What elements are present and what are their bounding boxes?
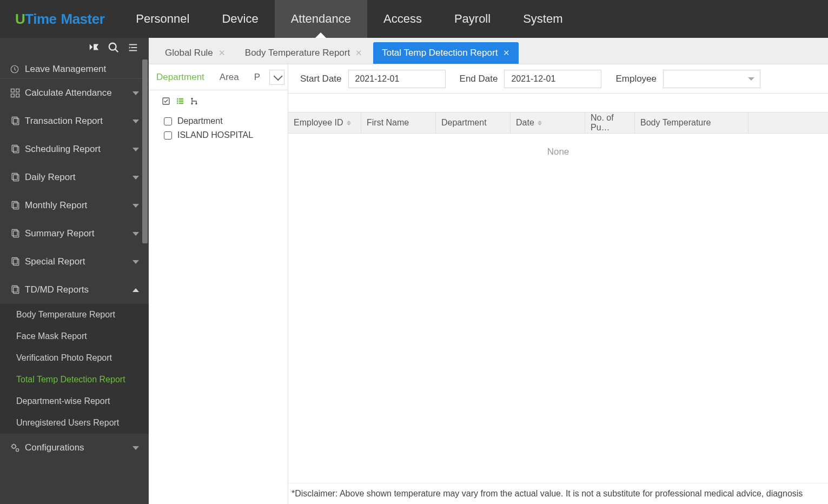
sidebar-item-summary-report[interactable]: Summary Report <box>0 220 149 248</box>
chevron-down-icon <box>133 120 139 123</box>
sidebar: Leave ManagementCalculate AttendanceTran… <box>0 38 149 504</box>
tabs-row: Global Rule✕Body Temperature Report✕Tota… <box>149 38 828 64</box>
sidebar-item-label: Monthly Report <box>25 200 87 211</box>
close-icon[interactable]: ✕ <box>218 48 226 58</box>
start-date-input[interactable] <box>348 70 446 88</box>
svg-line-1 <box>115 49 118 52</box>
svg-rect-31 <box>179 101 183 102</box>
sidebar-item-transaction-report[interactable]: Transaction Report <box>0 107 149 135</box>
sidebar-item-scheduling-report[interactable]: Scheduling Report <box>0 135 149 163</box>
sidebar-item-label: Summary Report <box>25 228 94 239</box>
end-date-label: End Date <box>460 74 498 84</box>
svg-rect-11 <box>14 118 19 125</box>
check-all-icon[interactable] <box>162 97 170 105</box>
column-label: No. of Pu… <box>591 113 634 132</box>
chevron-down-icon <box>133 176 139 180</box>
bookmark-icon[interactable] <box>88 42 100 56</box>
column-label: First Name <box>367 118 409 128</box>
tree-label: ISLAND HOSPITAL <box>177 130 253 140</box>
svg-rect-8 <box>11 94 15 97</box>
sort-icon[interactable] <box>347 121 351 125</box>
svg-rect-18 <box>12 230 17 236</box>
column-date[interactable]: Date <box>511 112 585 133</box>
column-body-temperature[interactable]: Body Temperature <box>635 112 748 133</box>
end-date-input[interactable] <box>504 70 601 88</box>
sidebar-item-monthly-report[interactable]: Monthly Report <box>0 191 149 220</box>
clock-icon <box>10 64 25 74</box>
subtab-department[interactable]: Department <box>156 72 204 83</box>
filter-start-date: Start Date <box>300 70 446 88</box>
subtab-area[interactable]: Area <box>220 72 239 83</box>
tree-node-island-hospital[interactable]: ISLAND HOSPITAL <box>155 128 281 142</box>
tab-label: Body Temperature Report <box>245 48 350 58</box>
layout: Leave ManagementCalculate AttendanceTran… <box>0 38 828 504</box>
topnav-access[interactable]: Access <box>367 0 438 38</box>
tab-body-temperature-report[interactable]: Body Temperature Report✕ <box>236 42 371 64</box>
sidebar-subitem-total-temp-detection-report[interactable]: Total Temp Detection Report <box>0 369 149 390</box>
sidebar-item-daily-report[interactable]: Daily Report <box>0 163 149 191</box>
topnav-payroll[interactable]: Payroll <box>438 0 507 38</box>
chevron-down-icon <box>133 446 139 450</box>
checkbox[interactable] <box>164 131 172 140</box>
sidebar-scrollbar[interactable] <box>142 59 148 504</box>
topnav-attendance[interactable]: Attendance <box>275 0 367 38</box>
column-department[interactable]: Department <box>436 112 511 133</box>
svg-point-25 <box>16 449 19 452</box>
sidebar-item-leave-management[interactable]: Leave Management <box>0 59 149 79</box>
list-view-icon[interactable] <box>176 97 184 105</box>
svg-rect-13 <box>14 147 19 153</box>
sidebar-subitem-face-mask-report[interactable]: Face Mask Report <box>0 326 149 347</box>
sidebar-subitem-body-temperature-report[interactable]: Body Temperature Report <box>0 304 149 326</box>
sidebar-item-label: Special Report <box>25 256 85 267</box>
content: Global Rule✕Body Temperature Report✕Tota… <box>149 38 828 504</box>
work-row: DepartmentAreaPosition DepartmentISLAND … <box>149 64 828 504</box>
chevron-down-icon <box>133 260 139 264</box>
copy-icon <box>10 144 25 155</box>
chevron-up-icon <box>133 288 139 292</box>
sidebar-subitem-department-wise-report[interactable]: Department-wise Report <box>0 390 149 412</box>
tree-label: Department <box>177 116 223 126</box>
left-panel: DepartmentAreaPosition DepartmentISLAND … <box>149 64 288 504</box>
column-employee-id[interactable]: Employee ID <box>288 112 361 133</box>
column-no-of-pu-[interactable]: No. of Pu… <box>585 112 635 133</box>
chevron-down-icon <box>133 204 139 208</box>
topnav-device[interactable]: Device <box>206 0 274 38</box>
column-label: Department <box>441 118 487 128</box>
search-icon[interactable] <box>108 42 120 56</box>
sidebar-item-calculate-attendance[interactable]: Calculate Attendance <box>0 79 149 107</box>
column-first-name[interactable]: First Name <box>361 112 436 133</box>
topnav: PersonnelDeviceAttendanceAccessPayrollSy… <box>120 0 579 38</box>
sort-icon[interactable] <box>538 121 542 125</box>
svg-rect-9 <box>16 94 19 97</box>
collapse-icon[interactable] <box>127 42 139 56</box>
sidebar-item-td-md-reports[interactable]: TD/MD Reports <box>0 276 149 304</box>
sidebar-subitem-verification-photo-report[interactable]: Verification Photo Report <box>0 347 149 369</box>
tree-view-icon[interactable] <box>190 97 198 105</box>
column-label: Date <box>516 118 534 128</box>
close-icon[interactable]: ✕ <box>355 48 362 58</box>
logo-time: Time <box>25 11 56 27</box>
tree-node-department[interactable]: Department <box>155 114 281 128</box>
topnav-system[interactable]: System <box>507 0 579 38</box>
tab-global-rule[interactable]: Global Rule✕ <box>156 42 234 64</box>
sidebar-item-configurations[interactable]: Configurations <box>0 434 149 462</box>
employee-select[interactable] <box>663 70 760 88</box>
sidebar-item-special-report[interactable]: Special Report <box>0 248 149 276</box>
close-icon[interactable]: ✕ <box>503 48 510 58</box>
topnav-personnel[interactable]: Personnel <box>120 0 206 38</box>
tree-toolbar <box>149 90 288 112</box>
sidebar-subitem-unregistered-users-report[interactable]: Unregistered Users Report <box>0 412 149 434</box>
logo: UTimeMaster <box>0 11 120 28</box>
sidebar-menu: Leave ManagementCalculate AttendanceTran… <box>0 59 149 462</box>
subtab-dropdown-icon[interactable] <box>269 70 284 85</box>
scroll-thumb[interactable] <box>142 59 148 243</box>
checkbox[interactable] <box>164 117 172 125</box>
svg-rect-15 <box>14 175 19 181</box>
tab-total-temp-detection-report[interactable]: Total Temp Detection Report✕ <box>373 42 519 64</box>
subtab-position[interactable]: Position <box>254 72 261 83</box>
employee-label: Employee <box>615 74 657 84</box>
column-label: Body Temperature <box>640 118 711 128</box>
sidebar-toolbar <box>0 38 149 59</box>
svg-rect-32 <box>179 103 183 104</box>
no-data-text: None <box>547 147 569 157</box>
